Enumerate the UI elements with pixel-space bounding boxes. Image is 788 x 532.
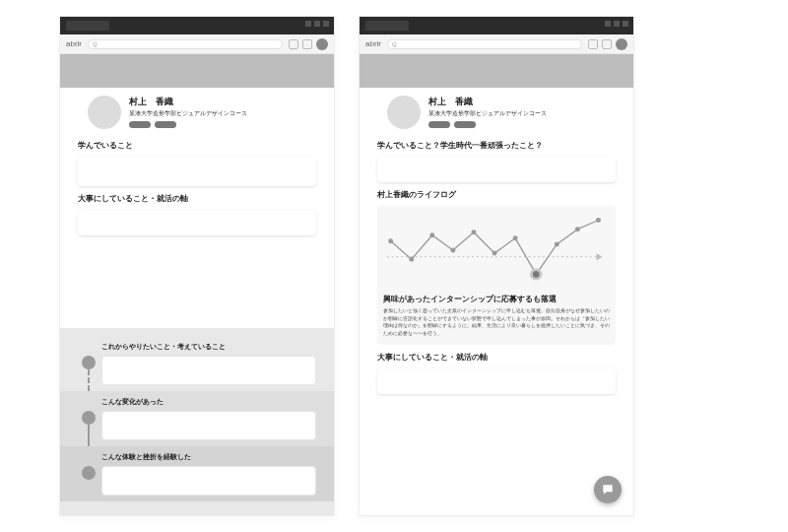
timeline-dot-icon <box>82 466 96 480</box>
tag-pill[interactable] <box>428 121 450 128</box>
toolbar-icons <box>289 38 328 50</box>
chat-icon[interactable] <box>588 39 598 49</box>
section-title-values: 大事にしていること・就活の軸 <box>78 194 316 204</box>
arrow-icon <box>597 253 603 261</box>
tag-pills <box>428 121 547 128</box>
cover-banner <box>60 54 334 88</box>
section-title-learning: 学んでいること <box>78 141 316 151</box>
chart-point <box>388 238 393 243</box>
chart-point <box>409 257 414 262</box>
lifelog-caption: 興味があったインターンシップに応募するも落選 <box>383 295 610 304</box>
chart-point <box>472 230 477 234</box>
learning-card[interactable] <box>377 157 616 182</box>
lifelog-chart <box>383 212 610 289</box>
search-icon: Q <box>93 41 98 47</box>
values-card[interactable] <box>377 368 616 394</box>
chat-fab[interactable] <box>594 476 622 503</box>
section-title-values: 大事にしていること・就活の軸 <box>377 353 616 363</box>
timeline-title: こんな体験と挫折を経験した <box>101 452 316 462</box>
timeline-section: これからやりたいこと・考えていること こんな変化があった こんな体験と挫折を経験… <box>60 328 334 515</box>
browser-toolbar: abrir Q <box>360 34 633 54</box>
timeline-card[interactable] <box>101 411 316 440</box>
profile-header: 村上 香織 某湊大学造形学部ビジュアルデザインコース <box>60 88 334 135</box>
chart-point <box>450 248 455 253</box>
avatar-icon[interactable] <box>616 38 627 50</box>
tag-pills <box>129 121 247 128</box>
brand-label: abrir <box>365 39 381 48</box>
window-controls[interactable] <box>605 21 628 27</box>
content-area: 学んでいること 大事にしていること・就活の軸 <box>60 135 334 328</box>
chart-point <box>555 241 559 246</box>
profile-name: 村上 香織 <box>428 96 547 108</box>
section-title-learning: 学んでいること？学生時代一番頑張ったこと？ <box>377 141 616 151</box>
tag-pill[interactable] <box>155 121 176 128</box>
line-chart-svg <box>383 212 610 289</box>
timeline-title: これからやりたいこと・考えていること <box>101 342 316 352</box>
learning-card[interactable] <box>78 157 316 186</box>
profile-school: 某湊大学造形学部ビジュアルデザインコース <box>428 110 547 117</box>
tag-pill[interactable] <box>129 121 151 128</box>
timeline-item-change: こんな変化があった <box>60 391 334 446</box>
chart-point <box>492 251 497 256</box>
timeline-item-future: これからやりたいこと・考えていること <box>78 336 316 391</box>
search-input[interactable]: Q <box>88 39 283 49</box>
content-area: 学んでいること？学生時代一番頑張ったこと？ 村上香織のライフログ 興味があったイ… <box>360 135 633 515</box>
profile-mockup-b: abrir Q 村上 香織 某湊大学造形学部ビジュアルデザインコース 学んでいる… <box>359 16 634 516</box>
timeline-card[interactable] <box>101 466 316 496</box>
timeline-dot-icon <box>82 411 96 425</box>
lifelog-card[interactable]: 興味があったインターンシップに応募するも落選 参加したいと強く思っていた企業のイ… <box>377 206 616 345</box>
chart-point <box>513 235 518 240</box>
search-icon: Q <box>392 41 397 47</box>
section-title-lifelog: 村上香織のライフログ <box>377 190 616 200</box>
profile-school: 某湊大学造形学部ビジュアルデザインコース <box>129 110 247 117</box>
chart-point[interactable] <box>531 270 541 280</box>
brand-label: abrir <box>66 39 82 48</box>
cover-banner <box>360 54 633 88</box>
profile-header: 村上 香織 某湊大学造形学部ビジュアルデザインコース <box>360 88 633 135</box>
lifelog-body: 参加したいと強く思っていた企業のインターンシップに申し込むも落選。自分自身がなぜ… <box>383 307 610 337</box>
profile-photo[interactable] <box>88 96 121 129</box>
toolbar-icons <box>588 38 627 50</box>
bell-icon[interactable] <box>302 39 312 49</box>
browser-chrome <box>60 17 334 34</box>
values-card[interactable] <box>78 210 316 235</box>
browser-chrome <box>360 17 633 34</box>
chat-icon[interactable] <box>289 39 298 49</box>
profile-mockup-a: abrir Q 村上 香織 某湊大学造形学部ビジュアルデザインコース 学んでいる… <box>59 16 335 516</box>
timeline-card[interactable] <box>101 356 316 385</box>
speech-bubble-icon <box>601 483 615 497</box>
chart-point <box>596 218 601 223</box>
timeline-item-experience: こんな体験と挫折を経験した <box>60 446 334 501</box>
timeline-title: こんな変化があった <box>101 397 316 407</box>
chart-point <box>575 227 580 232</box>
profile-photo[interactable] <box>387 96 421 129</box>
profile-name: 村上 香織 <box>129 96 247 108</box>
avatar-icon[interactable] <box>316 38 328 50</box>
tag-pill[interactable] <box>454 121 476 128</box>
window-controls[interactable] <box>305 21 329 27</box>
browser-tab[interactable] <box>365 21 409 31</box>
browser-toolbar: abrir Q <box>60 34 334 54</box>
timeline-dot-icon <box>82 356 96 369</box>
search-input[interactable]: Q <box>387 39 582 49</box>
bell-icon[interactable] <box>602 39 612 49</box>
browser-tab[interactable] <box>66 21 109 31</box>
chart-point <box>429 233 434 237</box>
